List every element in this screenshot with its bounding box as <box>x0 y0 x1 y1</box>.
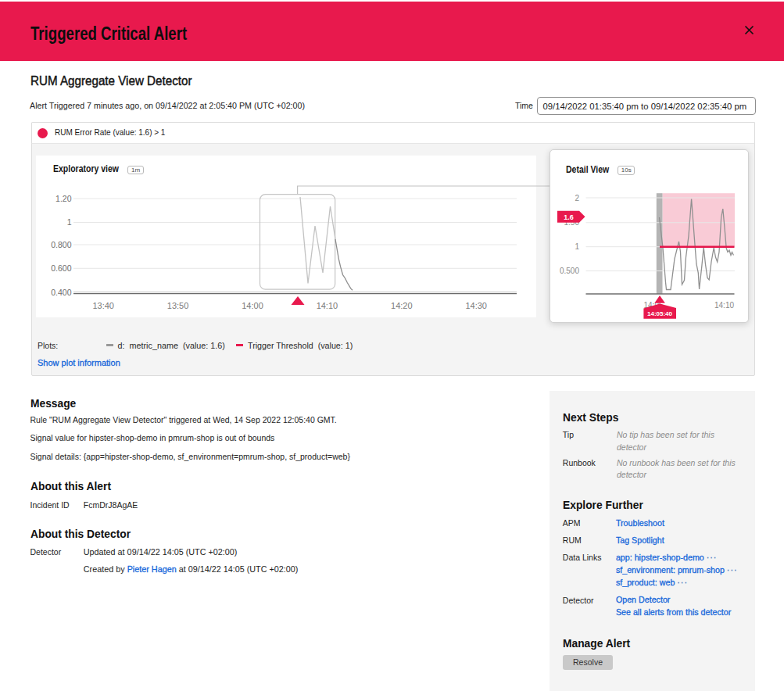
svg-text:14:10: 14:10 <box>714 301 734 310</box>
svg-text:0.500: 0.500 <box>560 267 579 275</box>
svg-text:1: 1 <box>67 217 72 227</box>
svg-text:0.600: 0.600 <box>51 263 71 273</box>
svg-text:14:05:40: 14:05:40 <box>647 310 673 317</box>
svg-text:1: 1 <box>575 242 579 251</box>
svg-text:13:40: 13:40 <box>92 301 114 310</box>
svg-text:14:00: 14:00 <box>242 301 263 310</box>
svg-text:0.400: 0.400 <box>51 288 71 297</box>
svg-text:14:30: 14:30 <box>465 301 487 310</box>
svg-text:1.6: 1.6 <box>564 213 574 221</box>
svg-text:13:50: 13:50 <box>167 301 189 310</box>
svg-text:14:10: 14:10 <box>317 301 338 310</box>
svg-text:2: 2 <box>575 194 579 202</box>
svg-text:14:20: 14:20 <box>391 301 413 310</box>
svg-text:0.800: 0.800 <box>51 240 71 249</box>
svg-text:1.20: 1.20 <box>55 194 72 203</box>
